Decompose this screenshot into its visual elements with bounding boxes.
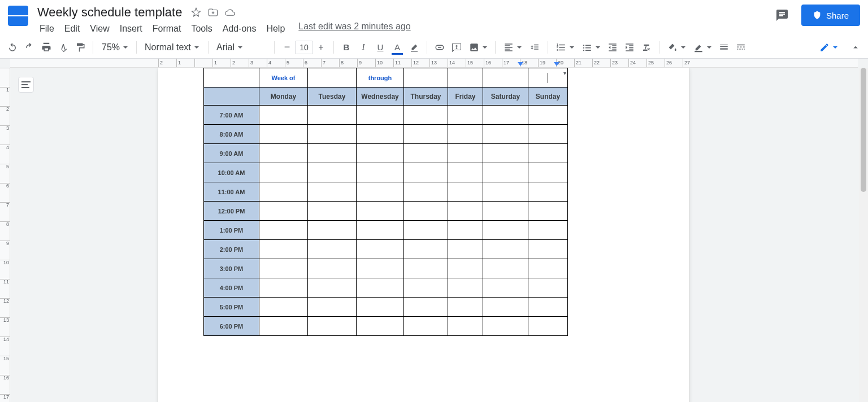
menu-addons[interactable]: Add-ons (218, 21, 261, 36)
table-cell[interactable] (357, 125, 404, 144)
scrollbar-thumb[interactable] (861, 68, 866, 192)
last-edit-link[interactable]: Last edit was 2 minutes ago (298, 21, 410, 36)
page-canvas[interactable]: ▾ Week of through Monday Tuesday Wednes (10, 68, 858, 402)
horizontal-ruler[interactable]: 2112345678910111213141516171819202122232… (10, 59, 858, 68)
table-cell[interactable] (357, 259, 404, 278)
time-cell[interactable]: 5:00 PM (204, 298, 259, 317)
table-cell[interactable] (259, 106, 308, 125)
text-color-button[interactable]: A (389, 40, 405, 55)
table-cell[interactable] (483, 259, 528, 278)
table-cell[interactable] (308, 202, 357, 221)
table-cell[interactable] (528, 163, 568, 182)
table-cell[interactable] (308, 125, 357, 144)
hide-toolbar-button[interactable] (848, 40, 863, 55)
insert-link-button[interactable] (432, 40, 448, 55)
table-cell[interactable] (528, 125, 568, 144)
table-cell[interactable] (483, 317, 528, 336)
align-dropdown[interactable] (500, 42, 525, 53)
table-cell[interactable] (308, 317, 357, 336)
table-cell[interactable] (204, 68, 259, 88)
highlight-button[interactable] (406, 40, 422, 55)
table-cell[interactable] (483, 298, 528, 317)
table-cell[interactable] (448, 144, 483, 163)
cloud-status-icon[interactable] (225, 7, 235, 18)
table-cell[interactable] (259, 163, 308, 182)
print-button[interactable] (38, 40, 54, 55)
border-width-button[interactable] (716, 40, 732, 55)
table-cell[interactable] (404, 163, 448, 182)
table-cell[interactable] (404, 259, 448, 278)
menu-insert[interactable]: Insert (115, 21, 147, 36)
docs-logo-icon[interactable] (8, 6, 28, 26)
table-cell[interactable] (448, 278, 483, 298)
table-cell[interactable] (448, 106, 483, 125)
zoom-dropdown[interactable]: 75% (98, 42, 132, 53)
increase-font-button[interactable]: + (313, 40, 329, 55)
comments-button[interactable] (772, 5, 792, 25)
table-cell[interactable] (528, 144, 568, 163)
table-cell[interactable] (308, 259, 357, 278)
table-cell[interactable] (308, 182, 357, 202)
table-cell[interactable] (483, 125, 528, 144)
table-cell[interactable] (259, 298, 308, 317)
time-cell[interactable]: 2:00 PM (204, 240, 259, 259)
day-header[interactable]: Saturday (483, 88, 528, 106)
increase-indent-button[interactable] (622, 40, 637, 55)
schedule-table[interactable]: Week of through Monday Tuesday Wednesday… (203, 68, 568, 336)
document-outline-button[interactable] (18, 77, 34, 93)
table-cell[interactable] (259, 182, 308, 202)
table-cell[interactable] (528, 259, 568, 278)
table-cell[interactable] (528, 106, 568, 125)
redo-button[interactable] (21, 40, 37, 55)
table-cell[interactable] (308, 68, 357, 88)
day-header[interactable]: Tuesday (308, 88, 357, 106)
table-cell[interactable] (528, 317, 568, 336)
time-cell[interactable]: 4:00 PM (204, 278, 259, 298)
table-cell[interactable] (308, 144, 357, 163)
through-cell[interactable]: through (357, 68, 404, 88)
table-cell[interactable] (528, 221, 568, 240)
editing-mode-dropdown[interactable] (815, 40, 842, 55)
table-cell[interactable] (308, 240, 357, 259)
table-cell[interactable] (448, 221, 483, 240)
table-cell[interactable] (308, 106, 357, 125)
time-cell[interactable]: 6:00 PM (204, 317, 259, 336)
table-cell[interactable] (528, 298, 568, 317)
table-cell[interactable] (404, 317, 448, 336)
table-cell[interactable] (357, 298, 404, 317)
time-cell[interactable]: 1:00 PM (204, 221, 259, 240)
table-cell[interactable] (404, 182, 448, 202)
table-cell[interactable] (259, 125, 308, 144)
table-cell[interactable] (448, 182, 483, 202)
decrease-indent-button[interactable] (605, 40, 620, 55)
table-cell[interactable] (404, 106, 448, 125)
table-cell[interactable] (448, 125, 483, 144)
time-cell[interactable]: 9:00 AM (204, 144, 259, 163)
bold-button[interactable]: B (338, 40, 354, 55)
table-cell[interactable] (308, 298, 357, 317)
paint-format-button[interactable] (72, 40, 88, 55)
table-cell[interactable] (448, 163, 483, 182)
table-cell[interactable] (259, 259, 308, 278)
clear-formatting-button[interactable] (639, 40, 654, 55)
table-cell[interactable] (528, 182, 568, 202)
styles-dropdown[interactable]: Normal text (141, 42, 203, 53)
time-cell[interactable]: 3:00 PM (204, 259, 259, 278)
table-cell[interactable] (483, 106, 528, 125)
table-cell[interactable] (448, 317, 483, 336)
table-cell[interactable] (404, 278, 448, 298)
day-header[interactable]: Thursday (404, 88, 448, 106)
document-title[interactable]: Weekly schedule template (35, 5, 184, 20)
time-cell[interactable]: 8:00 AM (204, 125, 259, 144)
font-size-input[interactable] (295, 41, 313, 54)
table-cell[interactable] (448, 202, 483, 221)
table-cell[interactable] (483, 278, 528, 298)
italic-button[interactable]: I (355, 40, 371, 55)
table-cell[interactable] (308, 278, 357, 298)
star-icon[interactable] (191, 7, 201, 18)
bulleted-list-dropdown[interactable] (579, 42, 604, 53)
insert-comment-button[interactable] (449, 40, 465, 55)
time-cell[interactable]: 11:00 AM (204, 182, 259, 202)
table-cell[interactable] (308, 163, 357, 182)
table-cell[interactable] (483, 68, 528, 88)
